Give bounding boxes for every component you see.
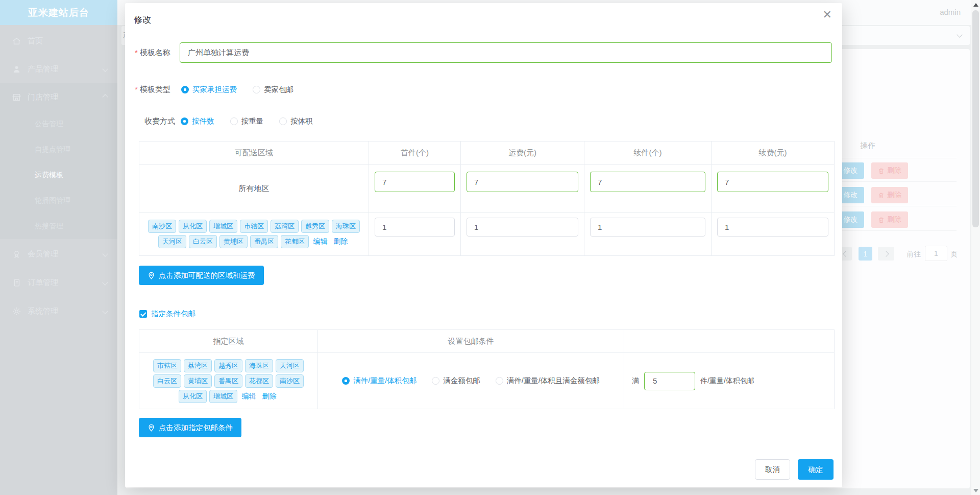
radio-icon <box>496 377 503 385</box>
sidebar-item-home[interactable]: 首页 <box>0 27 117 55</box>
sidebar-item-members[interactable]: 会员管理 <box>0 240 117 268</box>
table-cell <box>584 212 711 255</box>
region-tag: 白云区 <box>153 374 181 388</box>
pagination-next-button[interactable] <box>878 247 894 261</box>
charge-method-row: 收费方式 按件数 按重量 按体积 <box>144 116 313 126</box>
radio-free-by-quantity[interactable]: 满件/重量/体积包邮 <box>342 376 416 386</box>
region-tag: 花都区 <box>281 235 309 248</box>
pagination-page-1[interactable]: 1 <box>859 247 872 261</box>
sidebar-item-pickup-points[interactable]: 自提点管理 <box>0 137 117 162</box>
radio-by-weight[interactable]: 按重量 <box>230 116 264 126</box>
add-region-button[interactable]: 点击添加可配送的区域和运费 <box>139 266 264 285</box>
table-cell <box>711 164 834 212</box>
first-piece-input[interactable] <box>375 172 455 192</box>
sidebar-item-hot-search[interactable]: 热搜管理 <box>0 214 117 239</box>
threshold-input[interactable] <box>644 372 695 390</box>
delete-button[interactable]: 删除 <box>871 187 908 203</box>
radio-free-by-amount[interactable]: 满金额包邮 <box>432 376 480 386</box>
table-cell <box>711 212 834 255</box>
column-header: 首件(个) <box>369 141 460 164</box>
region-tag: 越秀区 <box>214 359 242 372</box>
chevron-down-icon <box>102 251 108 256</box>
region-tag: 荔湾区 <box>271 220 299 233</box>
first-piece-input[interactable] <box>375 218 455 237</box>
region-tag: 市辖区 <box>240 220 268 233</box>
additional-fee-input[interactable] <box>717 172 828 192</box>
region-tag: 番禺区 <box>250 235 278 248</box>
conditional-free-shipping-checkbox[interactable]: 指定条件包邮 <box>139 309 195 319</box>
sidebar: 亚米建站后台 首页 产品管理 门店管理 公告管理 自提点管理 运费模板 轮播图管… <box>0 0 117 495</box>
document-icon <box>12 278 21 287</box>
radio-seller-free-shipping[interactable]: 卖家包邮 <box>253 85 293 95</box>
region-tag: 从化区 <box>179 220 207 233</box>
scrollbar[interactable] <box>971 0 980 495</box>
location-pin-icon <box>148 272 155 279</box>
confirm-button[interactable]: 确定 <box>798 459 834 480</box>
location-pin-icon <box>148 424 155 432</box>
shipping-fee-table: 可配送区域 首件(个) 运费(元) 续件(个) 续费(元) 所有地区 南沙区 从… <box>139 141 835 256</box>
region-tag: 黄埔区 <box>219 235 248 248</box>
column-header <box>624 329 834 352</box>
sidebar-item-stores[interactable]: 门店管理 <box>0 83 117 111</box>
radio-selected-icon <box>342 377 350 385</box>
shipping-fee-input[interactable] <box>467 172 578 192</box>
radio-by-volume[interactable]: 按体积 <box>279 116 313 126</box>
free-shipping-condition-table: 指定区域 设置包邮条件 市辖区 荔湾区 越秀区 海珠区 天河区 白云区 黄埔区 … <box>139 329 835 409</box>
sidebar-item-orders[interactable]: 订单管理 <box>0 268 117 297</box>
scrollbar-thumb[interactable] <box>972 10 979 227</box>
additional-fee-input[interactable] <box>717 218 828 237</box>
region-tag: 天河区 <box>276 359 304 372</box>
template-name-label: 模板名称 <box>140 48 170 57</box>
chevron-down-icon <box>957 32 962 37</box>
column-header: 续费(元) <box>711 141 834 164</box>
region-tag: 黄埔区 <box>184 374 212 388</box>
cancel-button[interactable]: 取消 <box>755 459 790 480</box>
radio-free-by-quantity-and-amount[interactable]: 满件/重量/体积且满金额包邮 <box>496 376 600 386</box>
medal-icon <box>12 250 21 258</box>
add-condition-button[interactable]: 点击添加指定包邮条件 <box>139 418 241 437</box>
template-name-input[interactable] <box>180 42 832 63</box>
edit-condition-regions-link[interactable]: 编辑 <box>242 392 256 401</box>
sidebar-item-system[interactable]: 系统管理 <box>0 297 117 325</box>
sidebar-item-label: 订单管理 <box>28 278 58 288</box>
template-type-label: 模板类型 <box>140 85 170 93</box>
chevron-down-icon <box>102 66 108 72</box>
close-icon[interactable]: ✕ <box>823 9 832 20</box>
additional-piece-input[interactable] <box>590 218 705 237</box>
edit-regions-link[interactable]: 编辑 <box>313 237 328 246</box>
sidebar-item-announcements[interactable]: 公告管理 <box>0 111 117 137</box>
column-header: 续件(个) <box>584 141 711 164</box>
operation-column-header: 操作 <box>860 141 875 151</box>
sidebar-item-carousel[interactable]: 轮播图管理 <box>0 188 117 214</box>
delete-button[interactable]: 删除 <box>871 162 908 179</box>
radio-by-piece[interactable]: 按件数 <box>181 116 214 126</box>
region-tag: 增城区 <box>209 390 237 403</box>
chevron-right-icon <box>883 251 889 256</box>
scroll-up-arrow-icon[interactable] <box>973 3 978 7</box>
required-mark: * <box>135 48 138 57</box>
radio-buyer-pays[interactable]: 买家承担运费 <box>181 85 237 95</box>
delete-condition-regions-link[interactable]: 删除 <box>262 392 277 401</box>
sidebar-item-label: 系统管理 <box>28 307 58 316</box>
radio-icon <box>230 117 238 125</box>
sidebar-item-shipping-templates[interactable]: 运费模板 <box>0 162 117 188</box>
delete-regions-link[interactable]: 删除 <box>334 237 348 246</box>
region-tag: 南沙区 <box>276 374 304 388</box>
region-tag: 天河区 <box>158 235 186 248</box>
scroll-down-arrow-icon[interactable] <box>973 489 978 492</box>
additional-piece-input[interactable] <box>590 172 705 192</box>
chevron-down-icon <box>102 308 108 314</box>
sidebar-item-products[interactable]: 产品管理 <box>0 55 117 83</box>
trash-icon <box>878 217 885 223</box>
delete-button[interactable]: 删除 <box>871 211 908 228</box>
radio-icon <box>253 86 260 93</box>
pagination-page-input[interactable] <box>925 246 947 261</box>
region-tag: 荔湾区 <box>184 359 212 372</box>
region-all-areas: 所有地区 <box>139 164 369 212</box>
shipping-fee-input[interactable] <box>467 218 578 237</box>
table-cell <box>460 212 584 255</box>
current-user[interactable]: admin <box>940 8 961 16</box>
table-cell <box>369 164 460 212</box>
required-mark: * <box>135 85 138 93</box>
sidebar-item-label: 会员管理 <box>28 249 58 259</box>
